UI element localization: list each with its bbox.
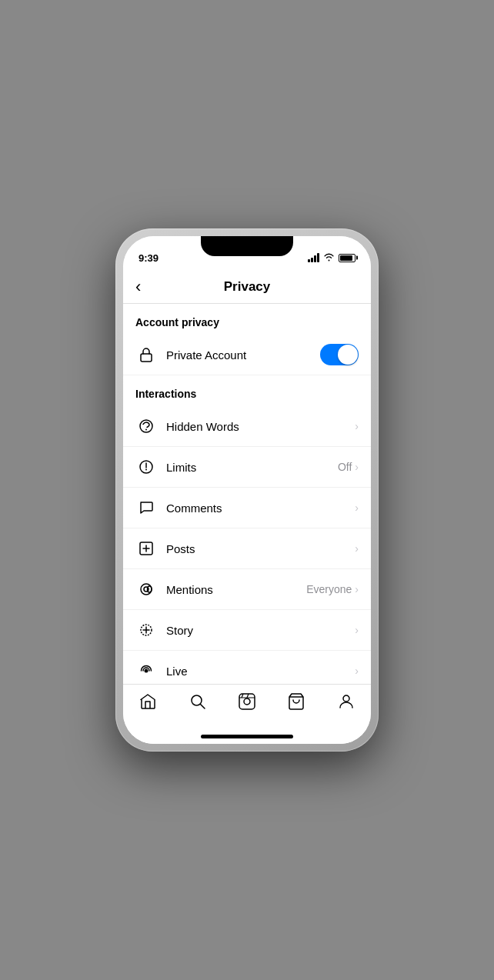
section-header-interactions: Interactions — [123, 375, 371, 406]
limits-icon — [135, 456, 157, 478]
comments-icon — [135, 497, 157, 518]
private-account-toggle[interactable] — [320, 344, 359, 365]
hidden-words-label: Hidden Words — [166, 420, 355, 433]
posts-label: Posts — [166, 542, 355, 555]
mentions-value: Everyone — [306, 583, 352, 595]
svg-point-31 — [244, 698, 250, 705]
battery-icon — [339, 254, 355, 262]
tab-shop[interactable] — [287, 692, 305, 711]
mentions-label: Mentions — [166, 583, 306, 596]
svg-point-36 — [343, 695, 349, 702]
setting-row-mentions[interactable]: Mentions Everyone › — [123, 569, 371, 610]
svg-point-5 — [145, 469, 147, 471]
page-title: Privacy — [224, 279, 271, 295]
chevron-icon: › — [355, 461, 359, 473]
tab-profile[interactable] — [337, 692, 355, 711]
svg-point-2 — [145, 429, 147, 431]
limits-label: Limits — [166, 461, 338, 474]
status-bar: 9:39 — [123, 236, 371, 270]
setting-row-limits[interactable]: Limits Off › — [123, 447, 371, 488]
wifi-icon — [323, 253, 335, 263]
private-account-label: Private Account — [166, 348, 320, 362]
lock-icon — [135, 344, 157, 365]
chevron-icon: › — [355, 420, 359, 432]
setting-row-comments[interactable]: Comments › — [123, 488, 371, 528]
home-indicator — [123, 728, 371, 744]
chevron-icon: › — [355, 624, 359, 636]
content-area: Account privacy Private Account Interact… — [123, 304, 371, 684]
posts-icon — [135, 538, 157, 559]
svg-rect-0 — [141, 354, 152, 362]
comments-label: Comments — [166, 502, 355, 515]
svg-point-9 — [141, 584, 152, 595]
setting-row-private-account[interactable]: Private Account — [123, 335, 371, 375]
tab-search[interactable] — [189, 692, 207, 711]
mentions-icon — [135, 578, 157, 600]
phone-screen: 9:39 — [123, 236, 371, 744]
tab-reels[interactable] — [238, 692, 256, 711]
live-icon — [135, 660, 157, 682]
hidden-words-icon — [135, 415, 157, 437]
story-label: Story — [166, 624, 355, 637]
phone-frame: 9:39 — [115, 228, 379, 752]
section-header-account-privacy: Account privacy — [123, 304, 371, 335]
svg-line-29 — [200, 705, 205, 709]
chevron-icon: › — [355, 665, 359, 677]
setting-row-hidden-words[interactable]: Hidden Words › — [123, 406, 371, 447]
chevron-icon: › — [355, 583, 359, 595]
back-button[interactable]: ‹ — [135, 277, 141, 297]
svg-rect-30 — [239, 694, 255, 709]
setting-row-live[interactable]: Live › — [123, 651, 371, 684]
notch — [201, 236, 293, 256]
story-icon — [135, 619, 157, 641]
home-bar — [201, 735, 293, 738]
setting-row-posts[interactable]: Posts › — [123, 528, 371, 569]
status-icons — [308, 253, 355, 263]
nav-bar: ‹ Privacy — [123, 270, 371, 304]
status-time: 9:39 — [139, 252, 159, 264]
svg-point-14 — [145, 669, 149, 673]
live-label: Live — [166, 665, 355, 678]
signal-bars-icon — [308, 253, 319, 262]
chevron-icon: › — [355, 502, 359, 514]
setting-row-story[interactable]: Story › — [123, 610, 371, 651]
chevron-icon: › — [355, 542, 359, 555]
limits-value: Off — [338, 461, 352, 473]
tab-home[interactable] — [139, 692, 157, 711]
